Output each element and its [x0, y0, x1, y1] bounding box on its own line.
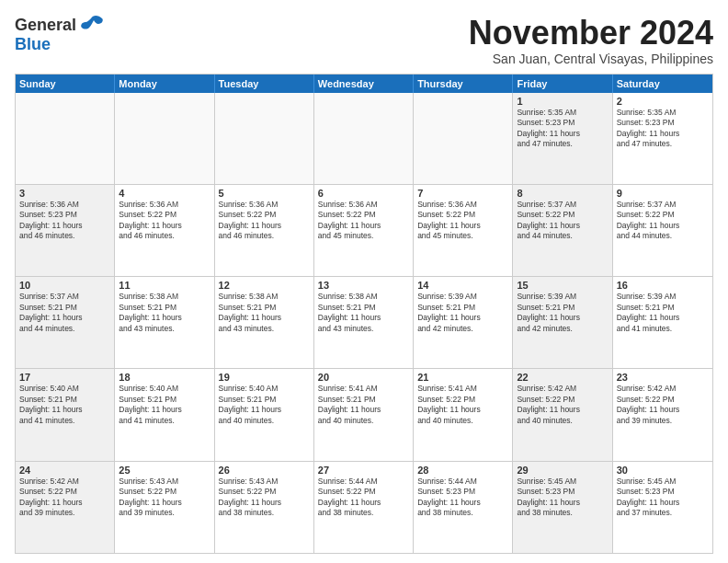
- day-info: Sunrise: 5:36 AM Sunset: 5:22 PM Dayligh…: [318, 200, 409, 242]
- calendar-cell-26: 26Sunrise: 5:43 AM Sunset: 5:22 PM Dayli…: [215, 462, 314, 553]
- day-number: 2: [617, 96, 709, 107]
- calendar-cell-20: 20Sunrise: 5:41 AM Sunset: 5:21 PM Dayli…: [314, 369, 414, 460]
- title-area: November 2024 San Juan, Central Visayas,…: [469, 15, 713, 66]
- day-info: Sunrise: 5:38 AM Sunset: 5:21 PM Dayligh…: [119, 292, 210, 334]
- day-number: 22: [517, 372, 608, 383]
- calendar-cell-9: 9Sunrise: 5:37 AM Sunset: 5:22 PM Daylig…: [613, 185, 712, 276]
- location: San Juan, Central Visayas, Philippines: [469, 52, 713, 66]
- day-info: Sunrise: 5:40 AM Sunset: 5:21 PM Dayligh…: [19, 384, 110, 426]
- calendar-cell-22: 22Sunrise: 5:42 AM Sunset: 5:22 PM Dayli…: [513, 369, 612, 460]
- logo-general: General: [15, 16, 76, 35]
- calendar-cell-empty: [115, 93, 214, 184]
- calendar-cell-25: 25Sunrise: 5:43 AM Sunset: 5:22 PM Dayli…: [115, 462, 214, 553]
- day-number: 16: [617, 280, 709, 291]
- day-info: Sunrise: 5:38 AM Sunset: 5:21 PM Dayligh…: [318, 292, 409, 334]
- calendar-row-4: 24Sunrise: 5:42 AM Sunset: 5:22 PM Dayli…: [16, 461, 712, 553]
- day-info: Sunrise: 5:36 AM Sunset: 5:23 PM Dayligh…: [19, 200, 110, 242]
- day-info: Sunrise: 5:37 AM Sunset: 5:21 PM Dayligh…: [19, 292, 110, 334]
- day-number: 26: [219, 465, 310, 476]
- calendar-cell-30: 30Sunrise: 5:45 AM Sunset: 5:23 PM Dayli…: [613, 462, 712, 553]
- day-number: 27: [318, 465, 409, 476]
- header-day-friday: Friday: [513, 75, 612, 93]
- logo-bird-icon: [78, 15, 104, 35]
- header-day-monday: Monday: [115, 75, 214, 93]
- month-title: November 2024: [469, 15, 713, 52]
- header-day-thursday: Thursday: [414, 75, 513, 93]
- day-info: Sunrise: 5:39 AM Sunset: 5:21 PM Dayligh…: [417, 292, 508, 334]
- day-info: Sunrise: 5:39 AM Sunset: 5:21 PM Dayligh…: [617, 292, 709, 334]
- calendar-row-2: 10Sunrise: 5:37 AM Sunset: 5:21 PM Dayli…: [16, 276, 712, 368]
- day-info: Sunrise: 5:39 AM Sunset: 5:21 PM Dayligh…: [517, 292, 608, 334]
- calendar-cell-empty: [215, 93, 314, 184]
- header-day-wednesday: Wednesday: [314, 75, 414, 93]
- calendar-cell-7: 7Sunrise: 5:36 AM Sunset: 5:22 PM Daylig…: [414, 185, 513, 276]
- logo-blue: Blue: [15, 35, 51, 54]
- calendar-header: SundayMondayTuesdayWednesdayThursdayFrid…: [16, 75, 712, 93]
- day-info: Sunrise: 5:37 AM Sunset: 5:22 PM Dayligh…: [617, 200, 709, 242]
- day-number: 10: [19, 280, 110, 291]
- calendar-cell-5: 5Sunrise: 5:36 AM Sunset: 5:22 PM Daylig…: [215, 185, 314, 276]
- page: General Blue November 2024 San Juan, Cen…: [0, 0, 728, 563]
- calendar-cell-3: 3Sunrise: 5:36 AM Sunset: 5:23 PM Daylig…: [16, 185, 115, 276]
- day-number: 4: [119, 188, 210, 199]
- calendar-cell-23: 23Sunrise: 5:42 AM Sunset: 5:22 PM Dayli…: [613, 369, 712, 460]
- day-number: 25: [119, 465, 210, 476]
- day-info: Sunrise: 5:43 AM Sunset: 5:22 PM Dayligh…: [119, 477, 210, 519]
- header: General Blue November 2024 San Juan, Cen…: [15, 15, 713, 66]
- day-info: Sunrise: 5:41 AM Sunset: 5:21 PM Dayligh…: [318, 384, 409, 426]
- calendar-cell-28: 28Sunrise: 5:44 AM Sunset: 5:23 PM Dayli…: [414, 462, 513, 553]
- calendar-cell-21: 21Sunrise: 5:41 AM Sunset: 5:22 PM Dayli…: [414, 369, 513, 460]
- day-number: 20: [318, 372, 409, 383]
- calendar-cell-18: 18Sunrise: 5:40 AM Sunset: 5:21 PM Dayli…: [115, 369, 214, 460]
- day-number: 29: [517, 465, 608, 476]
- calendar-cell-16: 16Sunrise: 5:39 AM Sunset: 5:21 PM Dayli…: [613, 277, 712, 368]
- calendar-cell-15: 15Sunrise: 5:39 AM Sunset: 5:21 PM Dayli…: [513, 277, 612, 368]
- day-info: Sunrise: 5:36 AM Sunset: 5:22 PM Dayligh…: [417, 200, 508, 242]
- day-number: 28: [417, 465, 508, 476]
- header-day-saturday: Saturday: [613, 75, 712, 93]
- day-info: Sunrise: 5:38 AM Sunset: 5:21 PM Dayligh…: [219, 292, 310, 334]
- calendar-cell-empty: [414, 93, 513, 184]
- day-info: Sunrise: 5:42 AM Sunset: 5:22 PM Dayligh…: [617, 384, 709, 426]
- header-day-tuesday: Tuesday: [215, 75, 314, 93]
- calendar-row-1: 3Sunrise: 5:36 AM Sunset: 5:23 PM Daylig…: [16, 184, 712, 276]
- day-info: Sunrise: 5:40 AM Sunset: 5:21 PM Dayligh…: [219, 384, 310, 426]
- calendar-cell-empty: [314, 93, 414, 184]
- logo: General Blue: [15, 15, 104, 54]
- day-info: Sunrise: 5:36 AM Sunset: 5:22 PM Dayligh…: [119, 200, 210, 242]
- day-info: Sunrise: 5:37 AM Sunset: 5:22 PM Dayligh…: [517, 200, 608, 242]
- day-number: 30: [617, 465, 709, 476]
- day-info: Sunrise: 5:35 AM Sunset: 5:23 PM Dayligh…: [517, 108, 608, 150]
- day-number: 6: [318, 188, 409, 199]
- calendar-cell-12: 12Sunrise: 5:38 AM Sunset: 5:21 PM Dayli…: [215, 277, 314, 368]
- day-number: 9: [617, 188, 709, 199]
- day-info: Sunrise: 5:44 AM Sunset: 5:22 PM Dayligh…: [318, 477, 409, 519]
- day-info: Sunrise: 5:40 AM Sunset: 5:21 PM Dayligh…: [119, 384, 210, 426]
- calendar-cell-14: 14Sunrise: 5:39 AM Sunset: 5:21 PM Dayli…: [414, 277, 513, 368]
- day-number: 15: [517, 280, 608, 291]
- calendar-cell-27: 27Sunrise: 5:44 AM Sunset: 5:22 PM Dayli…: [314, 462, 414, 553]
- day-number: 3: [19, 188, 110, 199]
- calendar-cell-empty: [16, 93, 115, 184]
- day-number: 13: [318, 280, 409, 291]
- day-number: 1: [517, 96, 608, 107]
- calendar-cell-24: 24Sunrise: 5:42 AM Sunset: 5:22 PM Dayli…: [16, 462, 115, 553]
- calendar-cell-10: 10Sunrise: 5:37 AM Sunset: 5:21 PM Dayli…: [16, 277, 115, 368]
- header-day-sunday: Sunday: [16, 75, 115, 93]
- day-number: 21: [417, 372, 508, 383]
- day-info: Sunrise: 5:43 AM Sunset: 5:22 PM Dayligh…: [219, 477, 310, 519]
- day-info: Sunrise: 5:44 AM Sunset: 5:23 PM Dayligh…: [417, 477, 508, 519]
- calendar-cell-2: 2Sunrise: 5:35 AM Sunset: 5:23 PM Daylig…: [613, 93, 712, 184]
- calendar-cell-8: 8Sunrise: 5:37 AM Sunset: 5:22 PM Daylig…: [513, 185, 612, 276]
- day-number: 7: [417, 188, 508, 199]
- day-info: Sunrise: 5:35 AM Sunset: 5:23 PM Dayligh…: [617, 108, 709, 150]
- day-number: 24: [19, 465, 110, 476]
- calendar-body: 1Sunrise: 5:35 AM Sunset: 5:23 PM Daylig…: [16, 93, 712, 553]
- day-number: 19: [219, 372, 310, 383]
- calendar-cell-4: 4Sunrise: 5:36 AM Sunset: 5:22 PM Daylig…: [115, 185, 214, 276]
- day-number: 12: [219, 280, 310, 291]
- calendar-cell-17: 17Sunrise: 5:40 AM Sunset: 5:21 PM Dayli…: [16, 369, 115, 460]
- day-number: 18: [119, 372, 210, 383]
- calendar-cell-6: 6Sunrise: 5:36 AM Sunset: 5:22 PM Daylig…: [314, 185, 414, 276]
- day-number: 17: [19, 372, 110, 383]
